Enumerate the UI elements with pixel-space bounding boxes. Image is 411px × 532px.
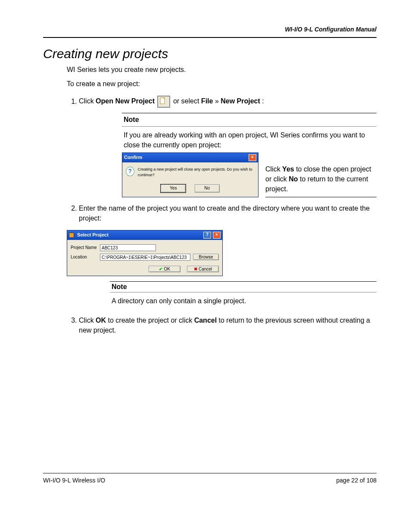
x-icon: ✖	[194, 267, 197, 271]
location-label: Location	[71, 255, 97, 259]
check-icon: ✔	[159, 267, 162, 271]
note-1-label: Note	[122, 113, 377, 126]
confirm-side-yes: Yes	[282, 165, 294, 173]
confirm-dialog-message: Creating a new project will close any op…	[138, 167, 255, 178]
step2-text: Enter the name of the project you want t…	[79, 205, 370, 222]
ok-button[interactable]: ✔OK	[149, 266, 181, 272]
header-manual-title: WI-I/O 9-L Configuration Manual	[43, 26, 377, 33]
step1-pre: Click	[79, 98, 96, 105]
intro-line-2: To create a new project:	[67, 79, 377, 89]
step3-pre: Click	[79, 317, 96, 324]
step-2: Enter the name of the project you want t…	[79, 203, 377, 223]
step1-open-new-project: Open New Project	[96, 98, 155, 105]
cancel-button[interactable]: ✖Cancel	[187, 266, 219, 272]
step1-file: File	[201, 98, 213, 105]
yes-button[interactable]: Yes	[161, 184, 186, 193]
close-icon[interactable]: ×	[249, 154, 256, 161]
confirm-side-no: No	[289, 175, 298, 183]
cancel-label: Cancel	[199, 267, 212, 271]
step1-new-project: New Project	[221, 98, 260, 105]
close-icon[interactable]: ×	[213, 232, 221, 239]
no-button[interactable]: No	[195, 184, 220, 193]
step1-sep: »	[215, 98, 221, 105]
step3-mid: to create the project or click	[108, 317, 194, 324]
confirm-side-note: Click Yes to close the open project or c…	[265, 164, 377, 197]
note-2-body: A directory can only contain a single pr…	[110, 292, 377, 308]
select-dialog-title: Select Project	[77, 232, 109, 237]
footer-right: page 22 of 108	[336, 477, 377, 484]
question-icon: ?	[126, 167, 134, 176]
project-name-input[interactable]: ABC123	[100, 244, 156, 251]
step3-cancel: Cancel	[194, 317, 217, 324]
confirm-dialog-title: Confirm	[124, 154, 142, 161]
step-3: Click OK to create the project or click …	[79, 315, 377, 335]
browse-button[interactable]: Browse	[193, 254, 219, 260]
confirm-side-pre: Click	[265, 165, 282, 173]
note-1-body: If you are already working with an open …	[122, 127, 377, 152]
confirm-dialog: Confirm × ? Creating a new project will …	[122, 152, 258, 197]
footer-left: WI-I/O 9-L Wireless I/O	[43, 477, 105, 484]
note-1: Note If you are already working with an …	[122, 113, 377, 197]
new-project-toolbar-icon	[157, 96, 170, 108]
step1-post: :	[262, 98, 264, 105]
svg-rect-0	[160, 98, 165, 104]
intro-line-1: WI Series lets you create new projects.	[67, 65, 377, 75]
step1-mid: or select	[173, 98, 201, 105]
location-input[interactable]: C:\PROGRA~1\ESERIE~1\Projects\ABC123	[100, 254, 190, 261]
page-footer: WI-I/O 9-L Wireless I/O page 22 of 108	[43, 473, 377, 484]
help-icon[interactable]: ?	[203, 232, 211, 239]
footer-page-pre: page	[336, 477, 352, 484]
step3-ok: OK	[96, 317, 106, 324]
app-icon	[69, 233, 74, 238]
project-name-label: Project Name	[71, 245, 97, 250]
footer-page-total: 108	[367, 477, 377, 484]
select-project-dialog: Select Project ? × Project Name ABC123 L…	[67, 230, 223, 276]
footer-page-mid: of	[360, 477, 367, 484]
section-title: Creating new projects	[43, 47, 377, 61]
note-2: Note A directory can only contain a sing…	[110, 281, 377, 308]
note-2-label: Note	[110, 281, 377, 292]
step-1: Click Open New Project or select File » …	[79, 96, 377, 197]
footer-page-current: 22	[352, 477, 358, 484]
ok-label: OK	[164, 267, 170, 271]
header-rule	[43, 37, 377, 38]
